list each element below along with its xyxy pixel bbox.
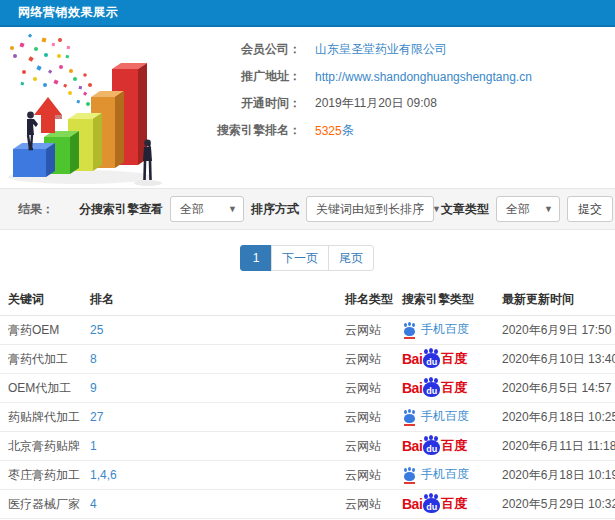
pagination: 1 下一页 尾页 — [0, 230, 615, 281]
baidu-logo: Baidu百度 — [402, 350, 467, 368]
rank-type-cell: 云网站 — [337, 403, 394, 432]
updated-cell: 2020年6月5日 14:57 — [494, 374, 615, 403]
engine-type-cell: 手机百度 Baidu百度 — [394, 461, 494, 490]
rank-link[interactable]: 1,4,6 — [90, 468, 117, 482]
rank-type-cell: 云网站 — [337, 461, 394, 490]
rank-cell: 25 — [82, 316, 337, 345]
col-header-engine-type: 搜索引擎类型 — [394, 284, 494, 316]
rank-link[interactable]: 1 — [90, 439, 97, 453]
baidu-logo: Baidu百度 — [402, 379, 467, 397]
baidu-paw-icon — [402, 468, 417, 481]
engine-type-cell: 手机百度 Baidu百度 — [394, 374, 494, 403]
keyword-cell: 北京膏药贴牌 — [0, 432, 82, 461]
engine-type-cell: 手机百度 Baidu百度 — [394, 432, 494, 461]
engine-filter-label: 分搜索引擎查看 — [79, 201, 163, 218]
table-body: 膏药OEM 25 云网站 手机百度 Baidu百度 2020年6月9日 17:5… — [0, 316, 615, 520]
baidu-logo: Baidu百度 — [402, 437, 467, 455]
keyword-cell: 膏药代加工 — [0, 345, 82, 374]
keyword-cell: 医疗器械厂家 — [0, 490, 82, 519]
company-link[interactable]: 山东皇圣堂药业有限公司 — [315, 41, 447, 58]
engine-type-cell: 手机百度 Baidu百度 — [394, 403, 494, 432]
page-button-next[interactable]: 下一页 — [271, 245, 329, 271]
chevron-down-icon: ▼ — [536, 204, 553, 214]
bar-chart-illustration — [0, 27, 185, 187]
mobile-baidu-logo: 手机百度 — [402, 321, 469, 338]
table-row: 膏药代加工 8 云网站 手机百度 Baidu百度 2020年6月10日 13:4… — [0, 345, 615, 374]
marketing-report-page: { "header": { "title": "网络营销效果展示" }, "in… — [0, 0, 615, 520]
rank-link[interactable]: 9 — [90, 381, 97, 395]
article-type-label: 文章类型 — [441, 201, 489, 218]
up-arrow — [34, 97, 62, 133]
article-type-select-value: 全部 — [506, 201, 530, 218]
keyword-cell: 枣庄膏药加工 — [0, 461, 82, 490]
sort-filter-label: 排序方式 — [251, 201, 299, 218]
mobile-baidu-logo: 手机百度 — [402, 408, 469, 425]
updated-cell: 2020年6月10日 13:40 — [494, 345, 615, 374]
table-row: 药贴牌代加工 27 云网站 手机百度 Baidu百度 2020年6月18日 10… — [0, 403, 615, 432]
col-header-rank: 排名 — [82, 284, 337, 316]
filter-controls: 分搜索引擎查看 全部 ▼ 排序方式 关键词由短到长排序 ▼ 文章类型 全部 ▼ … — [79, 196, 613, 222]
chevron-down-icon: ▼ — [220, 204, 237, 214]
page-title: 网络营销效果展示 — [18, 4, 118, 21]
rank-type-cell: 云网站 — [337, 374, 394, 403]
rank-type-cell: 云网站 — [337, 432, 394, 461]
filter-bar: 结果： 分搜索引擎查看 全部 ▼ 排序方式 关键词由短到长排序 ▼ 文章类型 全… — [0, 188, 615, 230]
keyword-cell: 膏药OEM — [0, 316, 82, 345]
rank-cell: 1 — [82, 432, 337, 461]
rank-type-cell: 云网站 — [337, 490, 394, 519]
url-label: 推广地址： — [185, 68, 301, 85]
rank-link[interactable]: 25 — [90, 323, 103, 337]
open-time-value: 2019年11月20日 09:08 — [315, 95, 437, 112]
updated-cell: 2020年6月18日 10:19 — [494, 461, 615, 490]
sort-select-value: 关键词由短到长排序 — [316, 201, 424, 218]
baidu-paw-icon — [402, 323, 417, 336]
rank-link[interactable]: 27 — [90, 410, 103, 424]
info-row-company: 会员公司： 山东皇圣堂药业有限公司 — [185, 36, 615, 63]
table-row: 医疗器械厂家 4 云网站 手机百度 Baidu百度 2020年5月29日 10:… — [0, 490, 615, 519]
baidu-paw-icon — [402, 410, 417, 423]
rank-count-unit: 条 — [342, 122, 354, 139]
rank-link[interactable]: 8 — [90, 352, 97, 366]
promo-url-link[interactable]: http://www.shandonghuangshengtang.cn — [315, 70, 532, 84]
updated-cell: 2020年5月29日 10:32 — [494, 490, 615, 519]
keyword-cell: 药贴牌代加工 — [0, 403, 82, 432]
open-time-label: 开通时间： — [185, 95, 301, 112]
chevron-down-icon: ▼ — [424, 204, 441, 214]
engine-select-value: 全部 — [180, 201, 204, 218]
submit-button[interactable]: 提交 — [567, 196, 613, 222]
page-button-current[interactable]: 1 — [240, 245, 272, 271]
info-row-url: 推广地址： http://www.shandonghuangshengtang.… — [185, 63, 615, 90]
summary-section: 会员公司： 山东皇圣堂药业有限公司 推广地址： http://www.shand… — [0, 27, 615, 188]
col-header-updated: 最新更新时间 — [494, 284, 615, 316]
table-row: 膏药OEM 25 云网站 手机百度 Baidu百度 2020年6月9日 17:5… — [0, 316, 615, 345]
baidu-paw-icon: du — [423, 382, 440, 397]
engine-type-cell: 手机百度 Baidu百度 — [394, 490, 494, 519]
rank-count-label: 搜索引擎排名： — [185, 122, 301, 139]
company-label: 会员公司： — [185, 41, 301, 58]
keyword-cell: OEM代加工 — [0, 374, 82, 403]
info-row-open-time: 开通时间： 2019年11月20日 09:08 — [185, 90, 615, 117]
page-button-last[interactable]: 尾页 — [328, 245, 374, 271]
rank-type-cell: 云网站 — [337, 345, 394, 374]
table-row: 北京膏药贴牌 1 云网站 手机百度 Baidu百度 2020年6月11日 11:… — [0, 432, 615, 461]
article-type-select[interactable]: 全部 ▼ — [496, 196, 560, 222]
engine-type-cell: 手机百度 Baidu百度 — [394, 345, 494, 374]
info-row-rank-count: 搜索引擎排名： 5325 条 — [185, 117, 615, 144]
table-header-row: 关键词 排名 排名类型 搜索引擎类型 最新更新时间 — [0, 284, 615, 316]
sort-select[interactable]: 关键词由短到长排序 ▼ — [306, 196, 434, 222]
results-table: 关键词 排名 排名类型 搜索引擎类型 最新更新时间 膏药OEM 25 云网站 手… — [0, 284, 615, 520]
rank-link[interactable]: 4 — [90, 497, 97, 511]
bar-blue — [13, 143, 55, 177]
rank-cell: 4 — [82, 490, 337, 519]
engine-select[interactable]: 全部 ▼ — [170, 196, 244, 222]
col-header-keyword: 关键词 — [0, 284, 82, 316]
baidu-paw-icon: du — [423, 498, 440, 513]
baidu-logo: Baidu百度 — [402, 495, 467, 513]
mobile-baidu-logo: 手机百度 — [402, 466, 469, 483]
page-header: 网络营销效果展示 — [0, 0, 615, 27]
confetti-dots — [10, 34, 100, 112]
table-row: OEM代加工 9 云网站 手机百度 Baidu百度 2020年6月5日 14:5… — [0, 374, 615, 403]
rank-cell: 27 — [82, 403, 337, 432]
updated-cell: 2020年6月18日 10:25 — [494, 403, 615, 432]
engine-type-cell: 手机百度 Baidu百度 — [394, 316, 494, 345]
